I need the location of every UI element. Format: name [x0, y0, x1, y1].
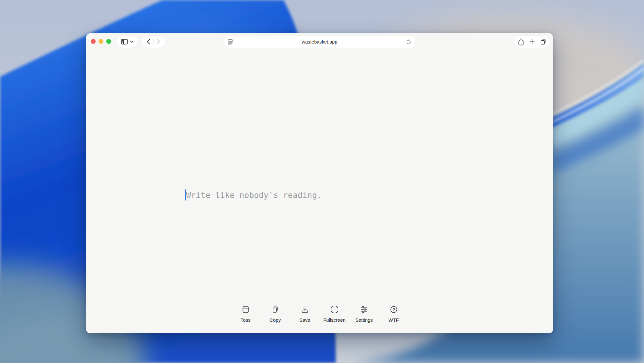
editor-area[interactable]: Write like nobody's reading. [86, 51, 553, 298]
share-icon [518, 38, 524, 45]
new-tab-icon [529, 39, 535, 44]
new-tab-button[interactable] [529, 39, 535, 44]
toss-button[interactable]: Toss [231, 298, 260, 323]
sidebar-menu-button[interactable] [130, 41, 134, 43]
copy-icon [271, 305, 279, 314]
wtf-button[interactable]: ? WTF [379, 298, 409, 323]
reload-icon [406, 39, 411, 44]
editor-placeholder: Write like nobody's reading. [186, 190, 322, 201]
tabs-overview-icon [540, 38, 547, 45]
sidebar-toggle-icon [121, 39, 128, 44]
page-format-button[interactable] [228, 39, 233, 44]
navigation-controls [142, 36, 165, 48]
question-mark-glyph: ? [393, 308, 395, 312]
back-button[interactable] [144, 36, 153, 48]
download-icon [301, 305, 309, 314]
chevron-down-icon [130, 41, 134, 43]
back-icon [147, 39, 150, 44]
fullscreen-button[interactable]: Fullscreen [320, 298, 349, 323]
wtf-label: WTF [388, 317, 399, 323]
question-icon: ? [390, 305, 398, 314]
sliders-icon [360, 305, 368, 314]
sidebar-toggle-button[interactable] [121, 39, 128, 44]
action-toolbar: Toss Copy Save Fullscreen [86, 298, 553, 333]
browser-window: wastebasket.app [86, 33, 553, 333]
window-actions [514, 36, 550, 48]
copy-label: Copy [270, 317, 281, 323]
save-label: Save [299, 317, 310, 323]
minimize-button[interactable] [99, 39, 103, 44]
sidebar-controls [117, 36, 137, 48]
close-button[interactable] [91, 39, 96, 44]
save-button[interactable]: Save [290, 298, 320, 323]
url-text: wastebasket.app [224, 39, 415, 44]
share-button[interactable] [518, 38, 524, 45]
copy-button[interactable]: Copy [260, 298, 290, 323]
reload-button[interactable] [406, 39, 411, 44]
tabs-overview-button[interactable] [540, 38, 547, 45]
settings-button[interactable]: Settings [349, 298, 379, 323]
traffic-lights [91, 39, 111, 44]
address-bar[interactable]: wastebasket.app [224, 36, 415, 48]
zoom-button[interactable] [106, 39, 111, 44]
toss-label: Toss [241, 317, 251, 323]
forward-icon [157, 39, 160, 44]
settings-label: Settings [355, 317, 373, 323]
fullscreen-icon [330, 305, 339, 314]
reader-page-icon [228, 39, 233, 44]
wastebasket-icon [242, 305, 250, 314]
browser-toolbar: wastebasket.app [86, 33, 553, 51]
forward-button[interactable] [154, 36, 163, 48]
fullscreen-label: Fullscreen [323, 317, 346, 323]
